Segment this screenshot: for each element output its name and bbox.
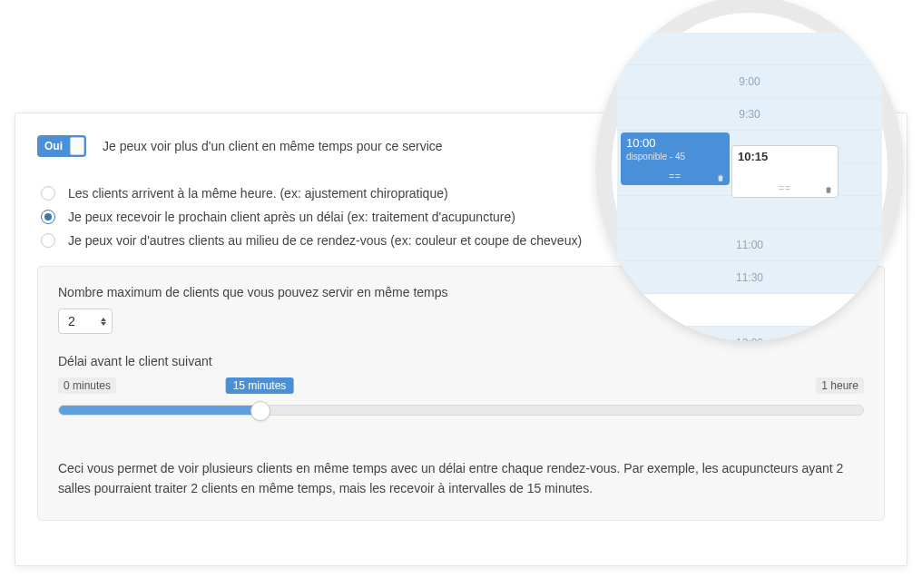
chevron-updown-icon	[101, 318, 106, 326]
multi-client-toggle[interactable]: Oui	[37, 135, 86, 157]
radio-label: Je peux voir d'autres clients au milieu …	[68, 233, 582, 248]
toggle-label: Oui	[44, 140, 63, 152]
calendar-row: 9:00	[617, 65, 882, 98]
delay-slider[interactable]: 0 minutes 15 minutes 1 heure	[58, 377, 864, 441]
calendar-row: 9:30	[617, 98, 882, 131]
select-value: 2	[68, 314, 75, 328]
appointment-block-1[interactable]: 10:00 disponible - 45 ==	[621, 132, 730, 185]
slider-max-label: 1 heure	[816, 377, 864, 394]
slider-fill	[59, 406, 260, 415]
delay-label: Délai avant le client suivant	[58, 354, 864, 368]
resize-handle-icon[interactable]: ==	[669, 172, 682, 181]
radio-label: Les clients arrivent à la même heure. (e…	[68, 186, 448, 201]
appointment-block-2[interactable]: 10:15 ==	[731, 145, 839, 198]
radio-after-delay[interactable]	[41, 210, 55, 224]
calendar-row	[617, 33, 882, 65]
toggle-description: Je peux voir plus d'un client en même te…	[103, 139, 443, 153]
appointment-subtext: disponible - 45	[626, 152, 724, 162]
trash-icon[interactable]	[824, 184, 833, 193]
slider-thumb[interactable]	[250, 401, 270, 421]
calendar-row	[617, 196, 882, 229]
slider-value-label: 15 minutes	[226, 377, 294, 394]
radio-middle[interactable]	[41, 233, 55, 248]
hint-text: Ceci vous permet de voir plusieurs clien…	[58, 459, 864, 498]
slider-min-label: 0 minutes	[58, 377, 116, 394]
calendar-row: 11:00	[617, 229, 882, 261]
toggle-knob	[70, 137, 84, 155]
radio-label: Je peux recevoir le prochain client aprè…	[68, 210, 515, 224]
appointment-time: 10:15	[738, 150, 832, 163]
calendar-row: 11:30	[617, 261, 882, 294]
max-clients-select[interactable]: 2	[58, 309, 113, 334]
appointment-time: 10:00	[626, 136, 724, 150]
trash-icon[interactable]	[716, 172, 725, 181]
calendar-preview: 9:00 9:30 11:00 11:30 12:00 10:00 dispon…	[595, 0, 904, 341]
radio-same-time[interactable]	[41, 186, 55, 201]
slider-track[interactable]	[58, 405, 864, 416]
resize-handle-icon[interactable]: ==	[779, 183, 791, 193]
